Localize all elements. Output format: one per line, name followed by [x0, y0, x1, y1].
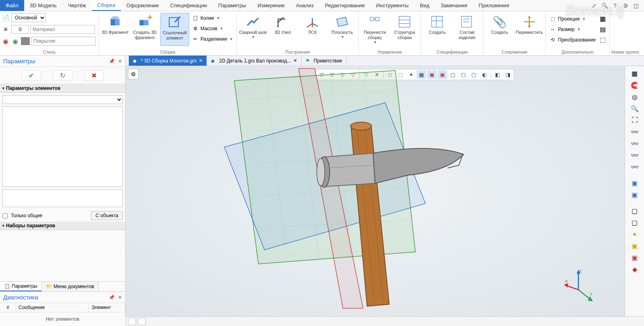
from-object-button[interactable]: С объекта	[91, 211, 123, 220]
doctab-part[interactable]: ◆ 2D Деталь 1.grs Вал производ... ✕	[207, 56, 301, 66]
move-assembly-button[interactable]: Перенести сборку▼	[360, 13, 389, 46]
menu-file[interactable]: Файл	[0, 0, 24, 11]
ribbon-group-build: Сварной шов▼ 3D Узел ЛСК Плоскость▼ Пост…	[237, 11, 359, 55]
glasses-icon[interactable]: 👓	[629, 127, 640, 137]
spec-create-button[interactable]: Создать	[423, 13, 452, 46]
menu-notes[interactable]: Замечания	[435, 0, 473, 11]
shaded-last-icon[interactable]: ◆	[629, 264, 640, 274]
tab-documents-menu[interactable]: 📁Меню документов	[42, 282, 99, 291]
3d-viewport[interactable]: ⚙ ▽ ▽ ▽ ▽ ▽ ✕ □ ⬚ ✦ ▦ ▣ ▣ ▢ ▢ ▢ ◐ ◧ ◨	[126, 66, 625, 316]
menu-view[interactable]: Вид	[414, 0, 435, 11]
transform-button[interactable]: ⟲Преобразование	[547, 35, 597, 45]
section-param-sets[interactable]: ▾ Наборы параметров	[0, 222, 125, 230]
hidden-view-icon[interactable]: ▢	[629, 217, 640, 228]
shaded-red-icon[interactable]: ▣	[629, 252, 640, 263]
shaded-view-icon[interactable]: ▣	[629, 241, 640, 251]
layout-multi-button[interactable]	[138, 318, 146, 325]
diag-empty: Нет элементов	[0, 312, 125, 326]
plane-button[interactable]: Плоскость▼	[328, 13, 357, 46]
split-button[interactable]: ✂Разделение▼	[190, 34, 235, 44]
svg-point-40	[317, 158, 325, 186]
pin-icon[interactable]: 📌	[109, 58, 115, 64]
cancel-button[interactable]: ✖	[85, 70, 104, 81]
docs-icon: 📁	[46, 284, 52, 289]
extra-btn2-icon[interactable]: ▤	[598, 24, 608, 34]
window-icon[interactable]: ◫	[632, 2, 640, 10]
magnet-icon[interactable]: 🧲	[629, 80, 640, 90]
target-icon[interactable]: ◎	[629, 91, 640, 102]
expand-icon[interactable]: ⤢	[590, 2, 598, 10]
menu-specs[interactable]: Спецификации	[165, 0, 213, 11]
style-main-select[interactable]: Основной	[11, 13, 46, 22]
material-input[interactable]	[31, 25, 95, 34]
cube-red-icon[interactable]: ▣	[629, 178, 640, 188]
close-icon[interactable]: ✕	[199, 58, 202, 63]
extra-btn3-icon[interactable]: ⬚	[598, 35, 608, 44]
menu-edit[interactable]: Редактирование	[319, 0, 370, 11]
color-swatch[interactable]	[21, 37, 30, 45]
weld-button[interactable]: Сварной шов▼	[238, 13, 267, 46]
tab-parameters[interactable]: 📋Параметры	[0, 282, 42, 291]
zoom-in-icon[interactable]: 🔍	[629, 103, 640, 114]
layout-single-button[interactable]	[128, 318, 136, 325]
param-list[interactable]	[2, 106, 123, 187]
cube-red2-icon[interactable]: ▣	[629, 189, 640, 200]
diag-col-msg[interactable]: Сообщение	[16, 303, 89, 312]
cube-plus-icon	[138, 15, 152, 29]
reference-element-button[interactable]: Ссылочный элемент	[160, 13, 189, 46]
copy-button[interactable]: 📋Копия▼	[190, 13, 235, 23]
clip-icon: 📎	[492, 15, 507, 29]
mate-move-button[interactable]: Переместить	[515, 13, 544, 46]
param-select[interactable]	[2, 95, 123, 104]
grid-icon[interactable]: ▦	[629, 68, 640, 79]
only-common-checkbox[interactable]	[2, 213, 8, 218]
projection-button[interactable]: ⬚Проекция▼	[547, 14, 597, 24]
doctab-assembly[interactable]: ◆ * 3D Сборка Молоток.grs ✕	[129, 56, 207, 66]
pin-icon[interactable]: 📌	[109, 295, 115, 300]
menu-drawing[interactable]: Чертёж	[62, 0, 92, 11]
diag-col-elem[interactable]: Элемент	[89, 303, 125, 312]
array-button[interactable]: ⚙Массив▼	[190, 23, 235, 34]
close-icon[interactable]: ✕	[293, 58, 297, 63]
mate-create-button[interactable]: 📎 Создать	[485, 13, 514, 46]
3d-node-button[interactable]: 3D Узел	[268, 13, 297, 46]
wireframe-view-icon[interactable]: ▢	[629, 206, 640, 216]
cover-input[interactable]	[31, 37, 96, 46]
glasses2-icon[interactable]: 👓	[629, 150, 640, 160]
close-icon[interactable]: ✕	[118, 295, 122, 300]
gear-icon[interactable]: ⚙	[621, 2, 630, 10]
doctab-part-label: 2D Деталь 1.grs Вал производ...	[219, 58, 291, 64]
doctab-welcome[interactable]: ⚑ Приветствие	[301, 56, 347, 66]
menu-bar: Файл 3D Модель Чертёж Сборка Оформление …	[0, 0, 644, 11]
size-button[interactable]: ↔Размер▼	[547, 24, 597, 35]
diag-col-num[interactable]: #	[0, 303, 16, 312]
3d-fragment-button[interactable]: 3D Фрагмент	[101, 13, 130, 46]
glasses-x-icon[interactable]: 👓	[629, 138, 640, 149]
help-icon[interactable]: ?	[611, 2, 619, 10]
close-icon[interactable]: ✕	[118, 58, 122, 64]
assembly-structure-button[interactable]: Структура сборки	[390, 13, 419, 46]
search-icon[interactable]: 🔍	[601, 2, 609, 10]
menu-assembly[interactable]: Сборка	[92, 0, 121, 11]
bom-button[interactable]: Состав изделия	[452, 13, 481, 46]
accept-button[interactable]: ✔	[22, 70, 41, 81]
sphere-icon[interactable]: ●	[629, 229, 640, 239]
axis-gizmo[interactable]: z x y	[560, 268, 597, 304]
menu-tools[interactable]: Инструменты	[370, 0, 414, 11]
create-3d-fragment-button[interactable]: Создать 3D фрагмент	[130, 13, 159, 46]
menu-measure[interactable]: Измерение	[252, 0, 291, 11]
section-element-params[interactable]: ▾ Параметры элементов	[0, 84, 125, 93]
refresh-button[interactable]: ↻	[53, 70, 72, 81]
menu-analysis[interactable]: Анализ	[290, 0, 319, 11]
lcs-button[interactable]: ЛСК	[298, 13, 327, 46]
menu-apps[interactable]: Приложения	[473, 0, 515, 11]
param-text[interactable]	[2, 189, 123, 207]
menu-3d-model[interactable]: 3D Модель	[24, 0, 62, 11]
table-icon	[430, 15, 444, 29]
zoom-fit-icon[interactable]: ⛶	[629, 115, 640, 125]
style-number-input[interactable]	[11, 25, 29, 34]
extra-btn1-icon[interactable]: ▦	[598, 14, 608, 23]
menu-params[interactable]: Параметры	[213, 0, 252, 11]
menu-design[interactable]: Оформление	[121, 0, 165, 11]
glasses3-icon[interactable]: 👓	[629, 162, 640, 172]
